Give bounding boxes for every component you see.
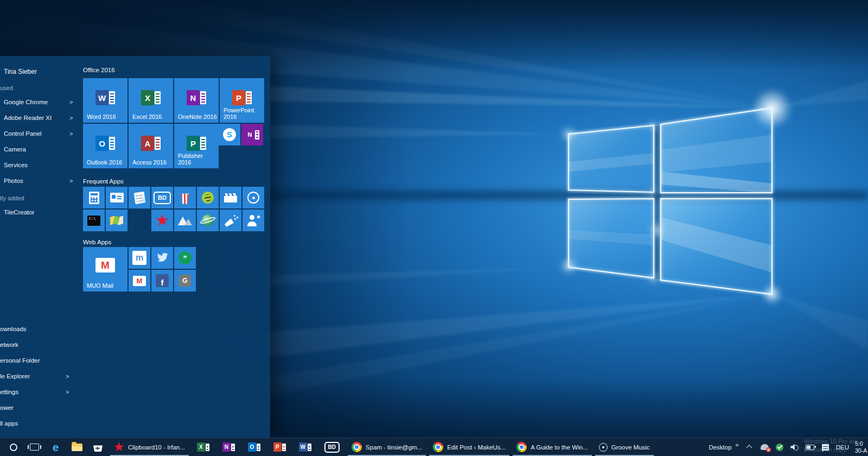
- tile-word-2016[interactable]: W Word 2016: [83, 78, 127, 123]
- taskbar-button-irfanview[interactable]: Clipboard10 - Irfan...: [108, 438, 190, 456]
- menu-item-tilecreator[interactable]: TileCreator: [4, 209, 76, 216]
- edge-button[interactable]: e: [45, 438, 66, 456]
- tile-hangouts[interactable]: ”: [174, 247, 196, 269]
- skype-icon: S: [223, 128, 236, 141]
- menu-item-network[interactable]: etwork: [0, 341, 73, 348]
- contact-card-icon: [110, 193, 124, 202]
- access-icon: A: [141, 136, 161, 151]
- chrome-icon: [516, 442, 527, 452]
- battery-tray-icon[interactable]: [806, 441, 815, 453]
- battery-icon: [806, 445, 814, 450]
- clock[interactable]: 5:0 30-A: [855, 440, 868, 454]
- menu-item-control-panel[interactable]: Control Panel >: [4, 130, 76, 137]
- tile-mountain-app[interactable]: [174, 210, 196, 231]
- toolbar-overflow-chevrons[interactable]: »: [736, 441, 739, 448]
- tile-movies-tv[interactable]: [220, 187, 241, 208]
- tile-irfanview[interactable]: [151, 210, 173, 231]
- publisher-icon: P: [187, 136, 206, 151]
- tile-twitter[interactable]: [151, 247, 173, 269]
- groove-icon: [599, 443, 608, 452]
- group-title-office: Office 2016: [83, 67, 115, 73]
- menu-item-settings[interactable]: ettings >: [0, 389, 73, 395]
- menu-item-personal-folder[interactable]: ersonal Folder: [0, 357, 73, 364]
- menu-item-file-explorer[interactable]: le Explorer >: [0, 373, 73, 379]
- chevron-right-icon[interactable]: >: [66, 373, 69, 379]
- tile-onenote-2016[interactable]: N OneNote 2016: [174, 78, 219, 123]
- menu-item-adobe-reader[interactable]: Adobe Reader XI >: [4, 115, 76, 121]
- chrome-icon: [352, 442, 362, 452]
- office-tile-grid: W Word 2016 X Excel 2016 N OneNote 2016: [83, 78, 264, 168]
- chevron-right-icon[interactable]: >: [69, 178, 73, 184]
- taskbar-button-excel[interactable]: X: [190, 438, 216, 456]
- tile-powerpoint-2016[interactable]: P PowerPoint 2016: [220, 78, 264, 123]
- show-hidden-icons-button[interactable]: [745, 441, 754, 453]
- desktop-toolbar-label[interactable]: Desktop: [709, 444, 731, 451]
- tile-contacts[interactable]: [106, 187, 127, 208]
- section-most-used: used: [0, 85, 13, 91]
- taskbar-button-chrome-guide[interactable]: A Guide to the Win...: [511, 438, 593, 456]
- clapperboard-icon: [224, 193, 237, 202]
- chevron-right-icon[interactable]: >: [69, 99, 73, 105]
- tile-label: OneNote 2016: [178, 113, 218, 120]
- tile-publisher-2016[interactable]: P Publisher 2016: [174, 124, 219, 168]
- chevron-right-icon[interactable]: >: [66, 389, 69, 395]
- tile-command-prompt[interactable]: C:\: [83, 210, 105, 231]
- store-button[interactable]: [87, 438, 108, 456]
- tile-globe-app[interactable]: [197, 210, 219, 231]
- taskbar-button-groove[interactable]: Groove Music: [593, 438, 655, 456]
- menu-item-services[interactable]: Services: [4, 162, 76, 168]
- taskbar-button-chrome-spam[interactable]: Spam - tinsie@gm...: [346, 438, 427, 456]
- tile-muo-mail[interactable]: M MUO Mail: [83, 247, 127, 292]
- tile-excel-2016[interactable]: X Excel 2016: [129, 78, 173, 123]
- search-button[interactable]: [3, 438, 24, 456]
- taskbar-button-onenote[interactable]: N: [216, 438, 241, 456]
- tile-label: Access 2016: [132, 159, 172, 166]
- onenote-icon: N: [187, 90, 206, 105]
- outlook-icon: O: [248, 442, 260, 452]
- tile-access-2016[interactable]: A Access 2016: [129, 124, 173, 168]
- menu-item-power[interactable]: ower: [0, 404, 73, 411]
- tile-people[interactable]: [242, 210, 264, 231]
- action-center-button[interactable]: [821, 441, 830, 453]
- tile-skype[interactable]: S: [219, 124, 240, 145]
- tile-google[interactable]: G: [174, 270, 196, 292]
- taskbar-button-chrome-edit-post[interactable]: Edit Post ‹ MakeUs...: [427, 438, 511, 456]
- tile-facebook[interactable]: f: [151, 270, 173, 292]
- menu-item-google-chrome[interactable]: Google Chrome >: [4, 99, 76, 105]
- menu-item-camera[interactable]: Camera: [4, 146, 76, 153]
- menu-item-all-apps[interactable]: ll apps: [0, 420, 73, 427]
- web-apps-area: M MUO Mail m ” M f G: [83, 247, 127, 292]
- menu-item-photos[interactable]: Photos >: [4, 178, 76, 184]
- sync-error-icon: [761, 444, 769, 450]
- tile-popcorn-time[interactable]: [174, 187, 196, 208]
- taskbar-button-bitdefender[interactable]: BD: [318, 438, 346, 456]
- file-explorer-button[interactable]: [66, 438, 87, 456]
- tile-makeuseof[interactable]: m: [129, 247, 150, 269]
- tile-bitdefender[interactable]: BD: [151, 187, 173, 208]
- tile-groove-music[interactable]: [242, 187, 264, 208]
- tile-gmail[interactable]: M: [129, 270, 150, 292]
- taskbar-button-powerpoint[interactable]: P: [267, 438, 292, 456]
- taskbar: e Clipboard10 - Irfan... X N O: [0, 438, 868, 456]
- sync-error-tray-icon[interactable]: [760, 441, 769, 453]
- chevron-right-icon[interactable]: >: [69, 130, 73, 137]
- tile-onenote-small[interactable]: N: [241, 124, 263, 145]
- taskbar-button-word[interactable]: W: [292, 438, 318, 456]
- menu-item-downloads[interactable]: ownloads: [0, 326, 73, 332]
- tile-torch-app[interactable]: [220, 210, 241, 231]
- tile-outlook-2016[interactable]: O Outlook 2016: [83, 124, 127, 168]
- tile-maps[interactable]: [106, 210, 127, 231]
- chevron-right-icon[interactable]: >: [69, 115, 73, 121]
- volume-tray-icon[interactable]: [790, 441, 800, 453]
- taskbar-button-outlook[interactable]: O: [241, 438, 267, 456]
- tile-calculator[interactable]: [83, 187, 105, 208]
- bitdefender-icon: BD: [324, 442, 340, 453]
- language-indicator[interactable]: DEU: [836, 444, 849, 451]
- tile-spotify[interactable]: [197, 187, 219, 208]
- green-status-tray-icon[interactable]: [775, 441, 784, 453]
- user-account-button[interactable]: Tina Sieber: [4, 68, 37, 75]
- tile-notepad[interactable]: [129, 187, 150, 208]
- irfanview-icon: [114, 442, 124, 452]
- menu-item-label: ettings: [0, 389, 18, 395]
- task-view-button[interactable]: [24, 438, 45, 456]
